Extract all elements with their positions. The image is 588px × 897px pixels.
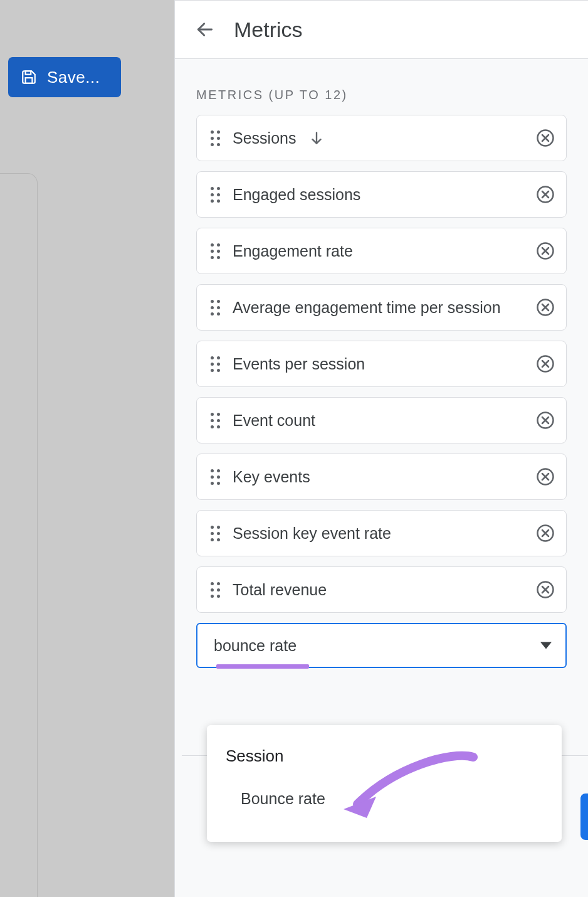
metrics-section-label: METRICS (UP TO 12) xyxy=(175,59,588,115)
metric-label: Total revenue xyxy=(233,578,523,601)
drag-handle-icon[interactable] xyxy=(211,130,220,146)
metric-label: Engagement rate xyxy=(233,240,523,262)
remove-icon[interactable] xyxy=(536,411,555,430)
metric-label: Events per session xyxy=(233,353,523,375)
metric-search-dropdown: Session Bounce rate xyxy=(207,725,562,842)
save-icon xyxy=(21,69,37,85)
metric-row[interactable]: Event count xyxy=(196,397,567,443)
background-overlay: Save... xyxy=(0,0,174,897)
metric-label: Sessions xyxy=(233,127,296,149)
drag-handle-icon[interactable] xyxy=(211,582,220,598)
metric-label: Average engagement time per session xyxy=(233,296,523,319)
panel-header: Metrics xyxy=(175,1,588,59)
apply-button-edge[interactable] xyxy=(580,794,588,840)
drag-handle-icon[interactable] xyxy=(211,243,220,259)
annotation-underline xyxy=(216,664,309,669)
dropdown-group-label: Session xyxy=(207,743,562,781)
drag-handle-icon[interactable] xyxy=(211,469,220,485)
metric-label: Key events xyxy=(233,465,523,488)
back-arrow-icon[interactable] xyxy=(195,19,215,40)
remove-icon[interactable] xyxy=(536,524,555,543)
remove-icon[interactable] xyxy=(536,185,555,204)
panel-title: Metrics xyxy=(234,18,303,42)
remove-icon[interactable] xyxy=(536,129,555,147)
background-card-edge xyxy=(0,173,38,897)
drag-handle-icon[interactable] xyxy=(211,300,220,316)
metric-label: Session key event rate xyxy=(233,522,523,544)
save-button[interactable]: Save... xyxy=(8,57,121,97)
metric-search-input[interactable] xyxy=(214,637,540,655)
metric-row[interactable]: Engagement rate xyxy=(196,228,567,274)
svg-rect-1 xyxy=(26,78,33,83)
metric-row[interactable]: Sessions xyxy=(196,115,567,161)
metric-row[interactable]: Engaged sessions xyxy=(196,171,567,218)
remove-icon[interactable] xyxy=(536,354,555,373)
drag-handle-icon[interactable] xyxy=(211,187,220,203)
svg-rect-0 xyxy=(26,71,31,74)
sort-descending-icon[interactable] xyxy=(308,130,325,146)
remove-icon[interactable] xyxy=(536,242,555,260)
remove-icon[interactable] xyxy=(536,580,555,599)
metric-label: Event count xyxy=(233,409,523,432)
metric-row[interactable]: Session key event rate xyxy=(196,510,567,556)
metric-row[interactable]: Average engagement time per session xyxy=(196,284,567,331)
dropdown-item-bounce-rate[interactable]: Bounce rate xyxy=(207,781,562,817)
drag-handle-icon[interactable] xyxy=(211,526,220,541)
drag-handle-icon[interactable] xyxy=(211,413,220,428)
metric-search-combobox[interactable] xyxy=(196,623,567,668)
metric-row[interactable]: Key events xyxy=(196,454,567,500)
remove-icon[interactable] xyxy=(536,298,555,317)
metric-row[interactable]: Total revenue xyxy=(196,566,567,613)
drag-handle-icon[interactable] xyxy=(211,356,220,372)
metric-row[interactable]: Events per session xyxy=(196,341,567,387)
metric-label: Engaged sessions xyxy=(233,183,523,206)
metrics-list: SessionsEngaged sessionsEngagement rateA… xyxy=(175,115,588,613)
remove-icon[interactable] xyxy=(536,467,555,486)
chevron-down-icon[interactable] xyxy=(540,640,552,651)
save-button-label: Save... xyxy=(47,68,100,87)
